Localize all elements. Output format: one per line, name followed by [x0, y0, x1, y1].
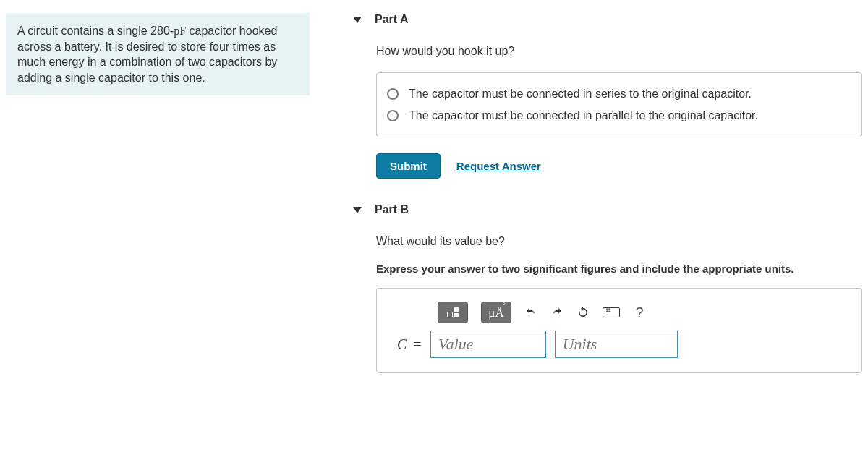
part-a-options: The capacitor must be connected in serie… [376, 72, 862, 137]
mu-angstrom-icon: μÅ [488, 307, 503, 319]
undo-icon [524, 306, 537, 319]
reset-icon [576, 306, 590, 319]
part-b: Part B What would its value be? Express … [353, 203, 862, 373]
templates-icon [446, 307, 460, 317]
option-parallel[interactable]: The capacitor must be connected in paral… [386, 105, 853, 127]
part-b-title: Part B [375, 203, 409, 216]
templates-button[interactable] [438, 302, 468, 323]
help-button[interactable]: ? [633, 302, 646, 323]
part-a-title: Part A [375, 13, 409, 26]
submit-button[interactable]: Submit [376, 153, 441, 179]
request-answer-link[interactable]: Request Answer [456, 160, 541, 172]
part-a-header[interactable]: Part A [353, 13, 862, 26]
redo-icon [550, 306, 563, 319]
option-series[interactable]: The capacitor must be connected in serie… [386, 83, 853, 105]
option-label: The capacitor must be connected in paral… [409, 109, 758, 122]
problem-statement: A circuit contains a single 280-pF capac… [6, 13, 310, 95]
chevron-down-icon [353, 207, 362, 213]
undo-button[interactable] [524, 302, 537, 323]
formula-toolbar: μÅ ? [438, 302, 841, 323]
part-b-question: What would its value be? [376, 235, 862, 248]
problem-unit: pF [174, 25, 186, 37]
radio-icon[interactable] [387, 110, 399, 121]
chevron-down-icon [353, 17, 362, 23]
radio-icon[interactable] [387, 88, 399, 100]
problem-text-prefix: A circuit contains a single 280- [17, 25, 174, 37]
option-label: The capacitor must be connected in serie… [409, 88, 752, 101]
keyboard-icon [603, 307, 620, 317]
part-b-header[interactable]: Part B [353, 203, 862, 216]
variable-label: C = [397, 336, 422, 353]
part-a-question: How would you hook it up? [376, 45, 862, 58]
part-b-instruction: Express your answer to two significant f… [376, 263, 862, 275]
part-a: Part A How would you hook it up? The cap… [353, 13, 862, 179]
reset-button[interactable] [576, 302, 590, 323]
units-input[interactable] [555, 331, 678, 358]
value-input[interactable] [430, 331, 546, 358]
special-chars-button[interactable]: μÅ [481, 302, 511, 323]
keyboard-button[interactable] [603, 302, 620, 323]
redo-button[interactable] [550, 302, 563, 323]
answer-input-panel: μÅ ? [376, 288, 862, 373]
